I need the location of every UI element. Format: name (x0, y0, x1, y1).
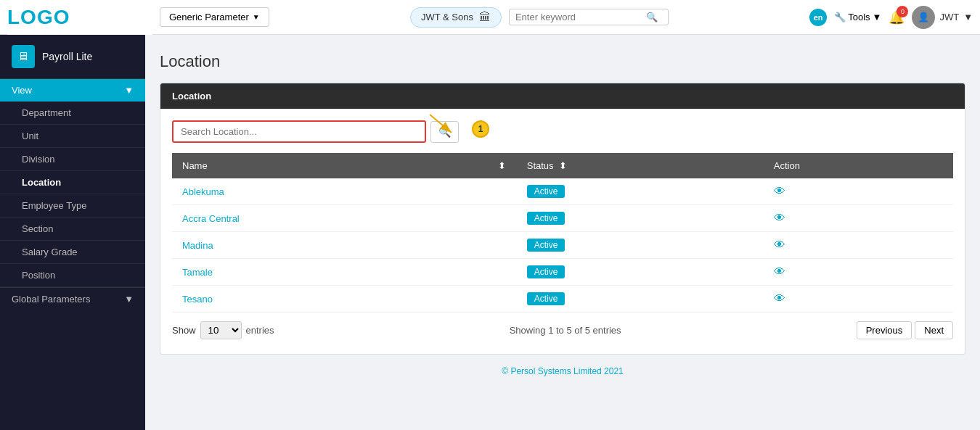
eye-icon[interactable]: 👁 (774, 292, 785, 305)
search-row: 1 🔍 (172, 120, 953, 143)
location-table: Name ⬍ Status ⬍ Action Ablekuma (172, 153, 953, 313)
keyword-search-input[interactable] (515, 12, 646, 22)
sort-icon: ⬍ (559, 160, 567, 171)
building-icon: 🏛 (479, 11, 491, 24)
annotation-circle: 1 (472, 120, 489, 138)
chevron-down-icon: ▼ (124, 294, 134, 305)
location-search-input[interactable] (172, 120, 426, 143)
table-row: Tamale Active 👁 (172, 259, 953, 286)
row-status: Active (517, 178, 764, 205)
notification-bell[interactable]: 🔔 0 (889, 9, 905, 25)
card-body: 1 🔍 Name ⬍ (160, 109, 965, 354)
page-footer: © Persol Systems Limited 2021 (160, 355, 965, 388)
sort-icon: ⬍ (498, 160, 506, 171)
show-label: Show (172, 325, 196, 336)
svg-line-0 (430, 115, 452, 133)
company-badge[interactable]: JWT & Sons 🏛 (410, 7, 502, 28)
wrench-icon: 🔧 (834, 12, 846, 22)
row-sort (488, 232, 517, 259)
row-action: 👁 (764, 178, 953, 205)
sidebar-item-salary-grade[interactable]: Salary Grade (0, 241, 145, 264)
status-badge: Active (527, 212, 565, 225)
col-sort-icon[interactable]: ⬍ (488, 153, 517, 178)
row-action: 👁 (764, 232, 953, 259)
pagination: Previous Next (857, 321, 953, 339)
tools-button[interactable]: 🔧 Tools ▼ (834, 12, 881, 22)
sidebar-item-position[interactable]: Position (0, 264, 145, 287)
user-menu[interactable]: 👤 JWT ▼ (912, 6, 973, 29)
location-card: Location 1 (160, 83, 965, 355)
row-name: Accra Central (172, 205, 488, 232)
previous-button[interactable]: Previous (857, 321, 912, 339)
row-action: 👁 (764, 205, 953, 232)
eye-icon[interactable]: 👁 (774, 239, 785, 251)
generic-param-button[interactable]: Generic Parameter ▼ (160, 7, 269, 27)
table-footer: Show 102550100 entries Showing 1 to 5 of… (172, 313, 953, 342)
chevron-down-icon: ▼ (124, 85, 134, 96)
lang-badge[interactable]: en (809, 9, 827, 26)
table-row: Madina Active 👁 (172, 232, 953, 259)
notification-count: 0 (897, 6, 908, 17)
row-status: Active (517, 232, 764, 259)
row-sort (488, 178, 517, 205)
row-sort (488, 286, 517, 313)
sidebar: 🖥 Payroll Lite View ▼ Department Unit Di… (0, 35, 145, 430)
next-button[interactable]: Next (915, 321, 953, 339)
status-badge: Active (527, 265, 565, 278)
chevron-down-icon: ▼ (253, 13, 260, 21)
entries-select[interactable]: 102550100 (200, 321, 242, 339)
keyword-search-box: 🔍 (509, 9, 669, 25)
topnav: LOGO Generic Parameter ▼ JWT & Sons 🏛 🔍 … (0, 0, 980, 35)
eye-icon[interactable]: 👁 (774, 212, 785, 224)
row-action: 👁 (764, 286, 953, 313)
row-status: Active (517, 205, 764, 232)
page-title: Location (160, 52, 965, 71)
status-badge: Active (527, 185, 565, 198)
sidebar-payroll: 🖥 Payroll Lite (0, 35, 145, 79)
company-name: JWT & Sons (421, 12, 473, 22)
table-row: Accra Central Active 👁 (172, 205, 953, 232)
col-action: Action (764, 153, 953, 178)
row-name: Ablekuma (172, 178, 488, 205)
payroll-icon: 🖥 (12, 45, 35, 68)
main-content: Location Location (145, 35, 980, 430)
sidebar-item-section[interactable]: Section (0, 218, 145, 241)
avatar: 👤 (912, 6, 935, 29)
col-name: Name (172, 153, 488, 178)
row-name: Madina (172, 232, 488, 259)
showing-info: Showing 1 to 5 of 5 entries (510, 325, 621, 336)
chevron-down-icon: ▼ (963, 12, 973, 22)
table-row: Tesano Active 👁 (172, 286, 953, 313)
row-status: Active (517, 286, 764, 313)
row-name: Tesano (172, 286, 488, 313)
sidebar-item-employee-type[interactable]: Employee Type (0, 194, 145, 218)
eye-icon[interactable]: 👁 (774, 185, 785, 197)
search-icon: 🔍 (646, 12, 658, 22)
row-sort (488, 259, 517, 286)
row-status: Active (517, 259, 764, 286)
show-entries: Show 102550100 entries (172, 321, 274, 339)
logo: LOGO (7, 6, 70, 29)
annotation-wrapper: 1 (172, 120, 426, 143)
entries-label: entries (246, 325, 274, 336)
col-status: Status ⬍ (517, 153, 764, 178)
sidebar-item-division[interactable]: Division (0, 148, 145, 171)
global-parameters[interactable]: Global Parameters ▼ (0, 287, 145, 310)
eye-icon[interactable]: 👁 (774, 265, 785, 278)
sidebar-item-location[interactable]: Location (0, 171, 145, 194)
row-name: Tamale (172, 259, 488, 286)
table-row: Ablekuma Active 👁 (172, 178, 953, 205)
payroll-label: Payroll Lite (42, 51, 92, 62)
status-badge: Active (527, 292, 565, 305)
status-badge: Active (527, 239, 565, 252)
sidebar-item-department[interactable]: Department (0, 102, 145, 125)
view-section[interactable]: View ▼ (0, 79, 145, 102)
card-header: Location (160, 83, 965, 109)
sidebar-item-unit[interactable]: Unit (0, 125, 145, 148)
row-action: 👁 (764, 259, 953, 286)
nav-center: JWT & Sons 🏛 🔍 (277, 7, 802, 28)
view-label: View (12, 85, 32, 96)
logo-area: LOGO (7, 0, 152, 35)
row-sort (488, 205, 517, 232)
user-label: JWT (939, 12, 959, 22)
